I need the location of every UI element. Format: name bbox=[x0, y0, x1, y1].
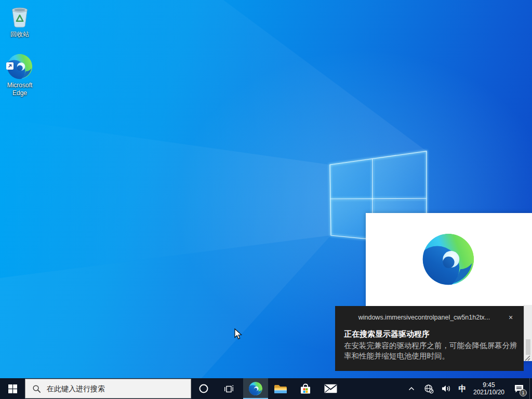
show-desktop-button[interactable] bbox=[529, 378, 532, 399]
tray-network-button[interactable] bbox=[420, 378, 437, 399]
mail-icon bbox=[324, 384, 337, 393]
taskbar-mail-button[interactable] bbox=[318, 378, 343, 399]
windows-logo-icon bbox=[8, 384, 17, 393]
globe-no-internet-icon bbox=[424, 384, 434, 394]
taskbar-file-explorer-button[interactable] bbox=[268, 378, 293, 399]
ime-indicator[interactable]: 中 bbox=[455, 378, 470, 399]
taskbar-search-box[interactable] bbox=[25, 379, 191, 398]
window-resize-grip[interactable] bbox=[523, 354, 531, 362]
toast-app-id: windows.immersivecontrolpanel_cw5n1h2tx.… bbox=[345, 314, 503, 321]
shortcut-arrow-icon bbox=[6, 62, 14, 70]
search-icon bbox=[32, 384, 41, 393]
tray-expand-button[interactable] bbox=[403, 378, 420, 399]
ime-label: 中 bbox=[459, 384, 467, 394]
window-scrollbar[interactable] bbox=[524, 305, 532, 361]
desktop-icon-label: Microsoft Edge bbox=[3, 82, 36, 97]
taskbar-edge-button[interactable] bbox=[243, 378, 268, 399]
clock-date: 2021/10/20 bbox=[473, 389, 504, 396]
edge-logo-icon bbox=[1, 52, 38, 80]
scrollbar-thumb[interactable] bbox=[526, 339, 530, 355]
tray-volume-button[interactable] bbox=[437, 378, 455, 399]
close-icon[interactable]: × bbox=[505, 312, 516, 323]
desktop-icon-recycle-bin[interactable]: 回收站 bbox=[1, 4, 38, 38]
microsoft-store-icon bbox=[300, 383, 311, 394]
edge-logo-large bbox=[421, 232, 476, 287]
start-button[interactable] bbox=[0, 378, 25, 399]
edge-icon bbox=[248, 381, 263, 396]
taskbar-clock[interactable]: 9:45 2021/10/20 bbox=[470, 378, 508, 399]
cortana-button[interactable] bbox=[191, 378, 216, 399]
notification-toast[interactable]: windows.immersivecontrolpanel_cw5n1h2tx.… bbox=[335, 306, 524, 371]
desktop-icon-label: 回收站 bbox=[1, 31, 38, 38]
speaker-icon bbox=[441, 384, 451, 393]
toast-title: 正在搜索显示器驱动程序 bbox=[344, 329, 430, 339]
file-explorer-icon bbox=[274, 383, 287, 394]
toast-body: 在安装完兼容的驱动程序之前，可能会降低屏幕分辨率和性能并缩短电池使用时间。 bbox=[344, 340, 517, 361]
chevron-up-icon bbox=[408, 387, 415, 391]
notification-badge: 1 bbox=[520, 389, 527, 396]
cortana-icon bbox=[198, 383, 209, 394]
clock-time: 9:45 bbox=[483, 381, 495, 389]
search-input[interactable] bbox=[47, 384, 187, 393]
taskbar-store-button[interactable] bbox=[293, 378, 318, 399]
task-view-button[interactable] bbox=[216, 378, 241, 399]
taskbar: 中 9:45 2021/10/20 1 bbox=[0, 378, 532, 399]
desktop-icon-microsoft-edge[interactable]: Microsoft Edge bbox=[1, 52, 38, 97]
recycle-bin-icon bbox=[1, 4, 38, 29]
action-center-button[interactable]: 1 bbox=[508, 378, 529, 399]
task-view-icon bbox=[223, 384, 234, 394]
